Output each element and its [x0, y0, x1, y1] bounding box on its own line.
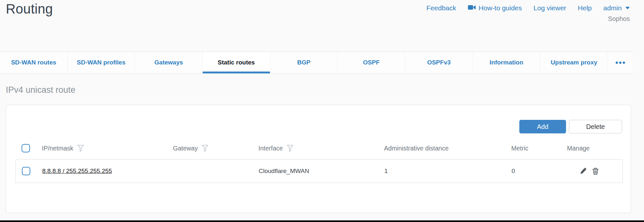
- column-ip-netmask: IP/netmask: [42, 145, 173, 152]
- administrative-distance-value: 1: [384, 168, 512, 175]
- tab-ospfv3[interactable]: OSPFv3: [405, 52, 473, 73]
- howto-guides-label: How-to guides: [479, 4, 522, 12]
- filter-icon[interactable]: [287, 145, 293, 152]
- tab-sd-wan-profiles[interactable]: SD-WAN profiles: [68, 52, 135, 73]
- user-label: admin: [603, 4, 622, 12]
- column-manage: Manage: [567, 145, 623, 152]
- metric-value: 0: [512, 168, 567, 175]
- row-checkbox[interactable]: [22, 167, 30, 175]
- page-title: Routing: [6, 1, 53, 17]
- help-label: Help: [578, 4, 592, 12]
- tab-sd-wan-routes[interactable]: SD-WAN routes: [0, 52, 68, 73]
- tab-bgp[interactable]: BGP: [270, 52, 338, 73]
- ellipsis-icon: [616, 62, 625, 64]
- screen-bottom-edge: [0, 220, 644, 222]
- log-viewer-label: Log viewer: [533, 4, 566, 12]
- help-link[interactable]: Help: [578, 4, 592, 12]
- tab-upstream-proxy[interactable]: Upstream proxy: [540, 52, 608, 73]
- table-toolbar: Add Delete: [519, 120, 622, 133]
- tab-bar: SD-WAN routes SD-WAN profiles Gateways S…: [0, 52, 632, 73]
- section-heading: IPv4 unicast route: [6, 85, 75, 95]
- add-button[interactable]: Add: [519, 120, 566, 133]
- column-gateway: Gateway: [173, 145, 258, 152]
- user-menu[interactable]: admin: [603, 4, 630, 12]
- delete-button[interactable]: Delete: [569, 120, 622, 133]
- feedback-link[interactable]: Feedback: [427, 4, 456, 12]
- column-metric: Metric: [511, 145, 567, 152]
- tab-static-routes[interactable]: Static routes: [203, 52, 270, 73]
- log-viewer-link[interactable]: Log viewer: [533, 4, 566, 12]
- column-administrative-distance: Administrative distance: [384, 145, 511, 152]
- tab-ospf[interactable]: OSPF: [338, 52, 405, 73]
- delete-trash-icon[interactable]: [592, 167, 599, 175]
- tabs-overflow-button[interactable]: [608, 52, 632, 73]
- video-camera-icon: [468, 4, 476, 12]
- tab-information[interactable]: Information: [473, 52, 541, 73]
- feedback-label: Feedback: [427, 4, 456, 12]
- route-ip-link[interactable]: 8.8.8.8 / 255.255.255.255: [42, 168, 112, 174]
- top-nav: Feedback How-to guides Log viewer Help a…: [427, 4, 630, 12]
- routing-page: Routing Feedback How-to guides Log viewe…: [0, 0, 644, 222]
- table-header-row: IP/netmask Gateway Interface: [15, 141, 623, 155]
- brand-label: Sophos: [608, 15, 630, 23]
- chevron-down-icon: [625, 7, 630, 9]
- manage-cell: [567, 167, 622, 175]
- column-interface: Interface: [258, 145, 384, 152]
- filter-icon[interactable]: [202, 145, 208, 152]
- routes-panel: Add Delete IP/netmask Gateway: [6, 105, 631, 213]
- select-all-checkbox[interactable]: [22, 144, 30, 152]
- edit-pencil-icon[interactable]: [580, 167, 587, 175]
- filter-icon[interactable]: [77, 145, 84, 152]
- tab-gateways[interactable]: Gateways: [135, 52, 203, 73]
- interface-value: Cloudflare_MWAN: [259, 168, 384, 175]
- table-row: 8.8.8.8 / 255.255.255.255 Cloudflare_MWA…: [15, 159, 623, 183]
- howto-guides-link[interactable]: How-to guides: [468, 4, 522, 12]
